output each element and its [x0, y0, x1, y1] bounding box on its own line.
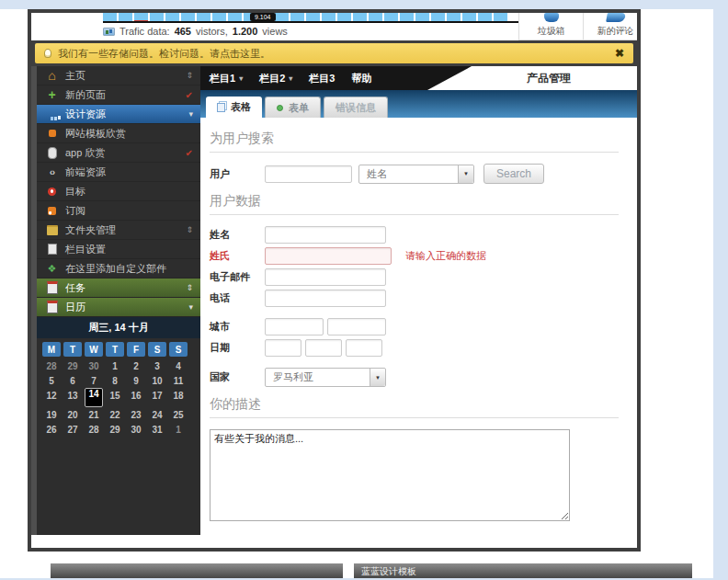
search-button[interactable]: Search — [483, 164, 544, 184]
chart-bars-icon — [45, 108, 59, 120]
section-heading-description: 你的描述 — [210, 396, 619, 418]
content-panel: 栏目1 ▾ 栏目2 ▾ 栏目3 帮助 产品管理 — [200, 66, 637, 535]
calendar-date[interactable]: 3 — [148, 358, 166, 373]
alert-bar[interactable]: 我们有一些存储问题。检讨问题。请点击这里。 ✖ — [35, 43, 633, 63]
quick-link-trash[interactable]: 垃圾箱 — [518, 13, 583, 40]
nav-item-help[interactable]: 帮助 — [351, 72, 371, 85]
calendar-date[interactable]: 15 — [106, 388, 124, 403]
calendar-date[interactable]: 11 — [169, 373, 188, 388]
calendar-date[interactable]: 9 — [127, 373, 145, 388]
traffic-visitors-value: 465 — [175, 26, 191, 37]
panel-title-area: 产品管理 — [427, 66, 637, 90]
date-input-year[interactable] — [346, 339, 382, 357]
sort-icon[interactable]: ⇕ — [186, 283, 193, 292]
sidebar-item-folder-management[interactable]: 文件夹管理 ⇕ — [37, 221, 200, 240]
calendar-date[interactable]: 28 — [42, 358, 61, 373]
calendar-date[interactable]: 2 — [127, 358, 145, 373]
calendar-date[interactable]: 19 — [42, 407, 61, 422]
bottom-widget-left-header — [51, 563, 343, 578]
calendar-date-selected[interactable]: 14 — [85, 388, 103, 407]
phone-input[interactable] — [265, 290, 386, 307]
calendar-date[interactable]: 27 — [63, 422, 82, 437]
sidebar-item-home[interactable]: 主页 ⇕ — [37, 66, 200, 85]
traffic-bar-chart — [103, 13, 518, 23]
user-input[interactable] — [265, 165, 352, 183]
section-heading-search: 为用户搜索 — [210, 131, 619, 153]
nav-item-column3[interactable]: 栏目3 — [309, 72, 335, 85]
sidebar-item-design-resources[interactable]: 设计资源 ▾ — [37, 105, 200, 124]
nav-item-column2[interactable]: 栏目2 ▾ — [259, 72, 292, 85]
date-input-month[interactable] — [305, 339, 342, 357]
sidebar: 主页 ⇕ 新的页面 ✔ 设计资源 ▾ 网站模板欣赏 — [31, 66, 200, 535]
sort-icon[interactable]: ⇕ — [186, 225, 193, 234]
sidebar-item-web-templates[interactable]: 网站模板欣赏 — [37, 124, 200, 143]
description-textarea[interactable]: 有些关于我的消息... — [210, 429, 570, 521]
calendar-date[interactable]: 21 — [85, 407, 103, 422]
last-name-input[interactable] — [265, 247, 392, 265]
sidebar-item-calendar[interactable]: 日历 ▾ — [37, 298, 200, 317]
calendar-date[interactable]: 1 — [169, 422, 188, 437]
calendar-date[interactable]: 13 — [63, 388, 82, 403]
calendar-date[interactable]: 30 — [85, 358, 103, 373]
tab-table[interactable]: 表格 — [206, 97, 262, 118]
sidebar-item-subscribe[interactable]: 订阅 — [37, 201, 200, 221]
tab-label: 表单 — [289, 101, 309, 115]
search-field-select[interactable]: 姓名 ▼ — [358, 165, 474, 184]
calendar-date[interactable]: 25 — [169, 407, 188, 422]
calendar-day-header: S — [169, 342, 188, 357]
calendar-date[interactable]: 8 — [106, 373, 124, 388]
date-input-day[interactable] — [265, 339, 301, 357]
calendar-date[interactable]: 1 — [106, 358, 124, 373]
bottom-widget-right-header: 蓝蓝设计模板 — [354, 563, 692, 578]
calendar-date[interactable]: 5 — [42, 373, 61, 388]
sidebar-item-goals[interactable]: 目标 — [37, 182, 200, 201]
sidebar-item-column-settings[interactable]: 栏目设置 — [37, 240, 200, 259]
tab-error-info[interactable]: 错误信息 — [324, 97, 388, 118]
calendar-date[interactable]: 20 — [63, 407, 82, 422]
sidebar-item-tasks[interactable]: 任务 ⇕ — [37, 279, 200, 298]
close-icon[interactable]: ✖ — [615, 47, 624, 60]
calendar-date[interactable]: 12 — [42, 388, 61, 403]
chevron-down-icon[interactable]: ▾ — [188, 302, 193, 312]
city-input-2[interactable] — [327, 318, 386, 335]
sort-icon[interactable]: ⇕ — [186, 71, 193, 80]
calendar-date[interactable]: 17 — [148, 388, 166, 403]
green-dot-icon — [277, 105, 283, 111]
calendar-date[interactable]: 10 — [148, 373, 166, 388]
calendar-date[interactable]: 30 — [127, 422, 145, 437]
calendar-icon — [45, 301, 59, 313]
sidebar-item-new-page[interactable]: 新的页面 ✔ — [37, 85, 200, 105]
quick-link-comments[interactable]: 新的评论 — [583, 13, 637, 40]
sidebar-item-app-gallery[interactable]: app 欣赏 ✔ — [37, 143, 200, 163]
calendar-date[interactable]: 22 — [106, 407, 124, 422]
sidebar-item-label: 任务 — [65, 281, 186, 295]
chevron-down-icon: ▼ — [370, 369, 385, 386]
country-select[interactable]: 罗马利亚 ▼ — [265, 368, 386, 387]
first-name-input[interactable] — [265, 226, 386, 244]
nav-item-column1[interactable]: 栏目1 ▾ — [210, 72, 243, 85]
calendar-date[interactable]: 7 — [85, 373, 103, 388]
calendar-date[interactable]: 26 — [42, 422, 61, 437]
tab-bar: 表格 表单 错误信息 — [200, 90, 637, 118]
sidebar-item-frontend-resources[interactable]: 前端资源 — [37, 163, 200, 182]
calendar-date[interactable]: 6 — [63, 373, 82, 388]
city-input-1[interactable] — [265, 318, 324, 335]
calendar-date[interactable]: 29 — [63, 358, 82, 373]
calendar-day-header: T — [63, 342, 82, 357]
calendar-date[interactable]: 4 — [169, 358, 188, 373]
rss-icon — [45, 205, 59, 217]
calendar-date[interactable]: 31 — [148, 422, 166, 437]
email-input[interactable] — [265, 268, 386, 286]
select-value: 姓名 — [359, 165, 458, 183]
calendar-date[interactable]: 16 — [127, 388, 145, 403]
home-icon — [45, 70, 59, 82]
calendar-date[interactable]: 28 — [85, 422, 103, 437]
calendar-date[interactable]: 24 — [148, 407, 166, 422]
chevron-down-icon[interactable]: ▾ — [188, 109, 193, 119]
tasks-icon — [45, 282, 59, 294]
calendar-date[interactable]: 23 — [127, 407, 145, 422]
calendar-date[interactable]: 18 — [169, 388, 188, 403]
sidebar-item-add-widget[interactable]: 在这里添加自定义部件 — [37, 259, 200, 279]
tab-form[interactable]: 表单 — [265, 97, 321, 118]
calendar-date[interactable]: 29 — [106, 422, 124, 437]
